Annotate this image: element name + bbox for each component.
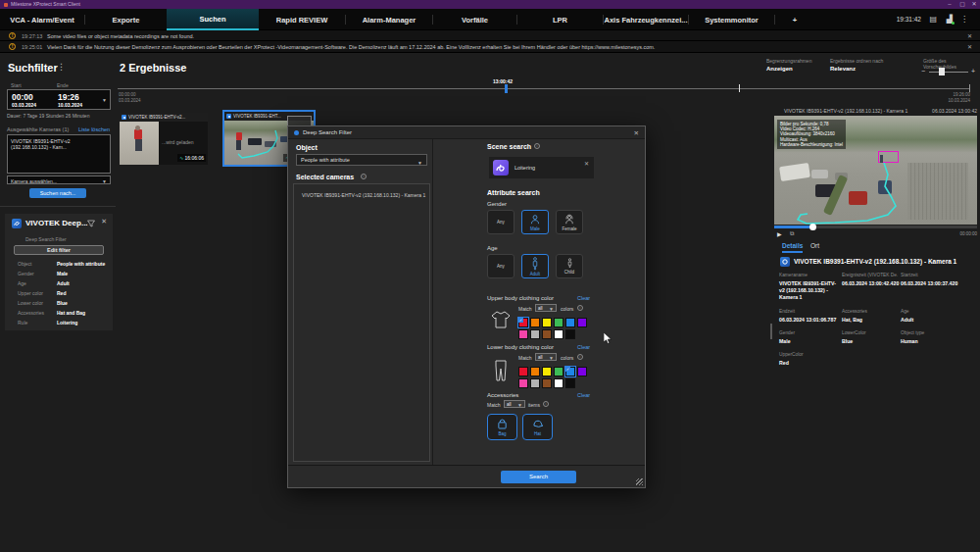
tab-alarm-manager[interactable]: Alarm-Manager — [346, 9, 432, 30]
upper-swatch-red[interactable] — [518, 318, 528, 327]
notification-close-icon[interactable]: ✕ — [967, 43, 972, 50]
selected-cameras-section-label: Selected cameras — [296, 174, 354, 180]
lower-swatch-red[interactable] — [518, 367, 528, 376]
tab-systemmonitor[interactable]: Systemmonitor — [689, 9, 774, 30]
tab-vca-alarm-event[interactable]: VCA - Alarm/Event — [0, 9, 84, 30]
lower-swatch-gray[interactable] — [530, 378, 540, 388]
upper-swatch-black[interactable] — [565, 329, 575, 339]
upper-swatch-white[interactable] — [554, 329, 564, 339]
lower-swatch-yellow[interactable] — [542, 367, 552, 376]
upper-swatch-brown[interactable] — [542, 329, 552, 339]
slider-handle[interactable] — [939, 68, 945, 75]
chevron-down-icon: ▼ — [102, 97, 107, 103]
clear-upper-colors-link[interactable]: Clear — [577, 295, 590, 301]
lower-swatch-blue[interactable] — [565, 367, 575, 376]
timeline-marker[interactable] — [505, 84, 508, 93]
tab-axis-fahrzeugkennzeichen[interactable]: Axis Fahrzeugkennzei... — [604, 9, 688, 30]
close-panel-icon[interactable]: ✕ — [101, 218, 107, 226]
lower-swatch-brown[interactable] — [542, 378, 552, 388]
filter-funnel-icon[interactable] — [87, 220, 95, 227]
tab-vorfaelle[interactable]: Vorfälle — [433, 9, 516, 30]
gender-male-button[interactable]: Male — [521, 210, 549, 234]
info-icon[interactable]: i — [577, 354, 583, 360]
play-button[interactable]: ▶ — [777, 230, 782, 237]
minimize-button[interactable]: – — [945, 0, 955, 9]
time-range-picker[interactable]: 00:00 03.03.2024 19:26 10.03.2024 ▼ — [7, 89, 111, 110]
thumbnail-image — [120, 122, 159, 165]
independent-playback-icon[interactable]: ⧉ — [790, 230, 794, 237]
age-child-button[interactable]: Child — [556, 254, 583, 278]
playback-progress-handle[interactable] — [809, 224, 816, 230]
tab-rapid-review[interactable]: Rapid REVIEW — [259, 9, 345, 30]
gender-female-button[interactable]: Female — [556, 210, 583, 234]
object-dropdown[interactable]: People with attribute ▼ — [296, 154, 427, 166]
info-icon[interactable]: i — [534, 143, 540, 149]
zoom-in-plus-icon[interactable]: + — [971, 68, 975, 75]
result-thumbnail[interactable]: VIVOTEK IB9391-EHTV-v2... ...wird gelade… — [120, 113, 208, 165]
lower-swatch-purple[interactable] — [577, 367, 587, 376]
clear-accessories-link[interactable]: Clear — [577, 392, 590, 398]
video-preview[interactable]: Bilder pro Sekunde: 0,78 Video Codec: H.… — [774, 116, 977, 225]
lower-swatch-black[interactable] — [565, 378, 575, 388]
bounding-box-dropdown[interactable]: Anzeigen — [766, 66, 793, 72]
dialog-close-icon[interactable]: ✕ — [634, 129, 639, 137]
upper-match-dropdown[interactable]: all▼ — [535, 304, 557, 312]
clear-camera-list-link[interactable]: Liste löschen — [78, 126, 110, 132]
dialog-resize-grip[interactable] — [636, 478, 643, 485]
tab-lpr[interactable]: LPR — [517, 9, 603, 30]
results-timeline[interactable] — [118, 88, 970, 89]
upper-swatch-pink[interactable] — [518, 329, 528, 339]
upper-swatch-green[interactable] — [554, 318, 564, 327]
tab-add-button[interactable]: + — [775, 9, 814, 30]
gender-any-button[interactable]: Any — [487, 210, 514, 234]
menu-ellipsis-icon[interactable]: ⋮ — [960, 15, 968, 25]
clear-lower-colors-link[interactable]: Clear — [577, 344, 590, 350]
info-icon[interactable]: i — [577, 305, 583, 311]
dialog-camera-item[interactable]: VIVOTEK IB9391-EHTV-v2 (192.168.10.132) … — [302, 192, 425, 198]
export-icon[interactable]: ▤ — [929, 15, 937, 25]
lower-swatch-pink[interactable] — [518, 378, 528, 388]
maximize-button[interactable]: ▢ — [957, 0, 967, 9]
field-label: Startzeit — [901, 273, 918, 277]
selected-cameras-list[interactable]: VIVOTEK IB9391-EHTV-v2 (192.168.10.132) … — [7, 134, 111, 174]
age-any-button[interactable]: Any — [487, 254, 514, 278]
accessories-match-dropdown[interactable]: all▼ — [504, 400, 525, 408]
upper-swatch-blue[interactable] — [565, 318, 575, 327]
remove-scene-icon[interactable]: ✕ — [584, 160, 589, 167]
info-icon[interactable]: i — [543, 401, 549, 407]
details-scrollbar[interactable] — [770, 324, 772, 339]
lower-swatch-orange[interactable] — [530, 367, 540, 376]
zoom-out-minus-icon[interactable]: − — [921, 68, 925, 75]
upper-swatch-gray[interactable] — [530, 329, 540, 339]
search-button[interactable]: Search — [501, 471, 576, 483]
camera-icon — [226, 114, 231, 119]
dialog-titlebar[interactable]: Deep Search Filter ✕ — [288, 126, 645, 139]
camera-list-item[interactable]: VIVOTEK IB9391-EHTV-v2 (192.168.10.132) … — [11, 138, 109, 150]
tab-suchen[interactable]: Suchen — [167, 9, 259, 30]
age-adult-button[interactable]: Adult — [521, 254, 549, 278]
preview-camera-name: VIVOTEK IB9391-EHTV-v2 (192.168.10.132) … — [784, 108, 907, 114]
user-profile-icon[interactable]: ▟ — [947, 15, 953, 25]
search-for-button[interactable]: Suchen nach... — [29, 188, 86, 198]
filter-menu-ellipsis-icon[interactable]: ⋮ — [57, 62, 66, 72]
info-icon[interactable]: i — [361, 174, 367, 179]
dialog-camera-list[interactable]: VIVOTEK IB9391-EHTV-v2 (192.168.10.132) … — [293, 183, 430, 462]
lower-swatch-green[interactable] — [554, 367, 564, 376]
tab-ort[interactable]: Ort — [810, 242, 819, 249]
lower-swatch-white[interactable] — [554, 378, 564, 388]
lower-match-dropdown[interactable]: all▼ — [535, 353, 557, 361]
accessory-hat-button[interactable]: Hat — [522, 414, 553, 440]
sort-by-dropdown[interactable]: Relevanz — [830, 66, 856, 72]
upper-swatch-yellow[interactable] — [542, 318, 552, 327]
notification-close-icon[interactable]: ✕ — [967, 32, 972, 39]
close-button[interactable]: ✕ — [969, 0, 979, 9]
edit-filter-button[interactable]: Edit filter — [14, 245, 104, 255]
camera-select-dropdown[interactable]: Kamera auswählen... ▼ — [7, 176, 111, 184]
upper-swatch-purple[interactable] — [577, 318, 587, 327]
tab-exporte[interactable]: Exporte — [85, 9, 167, 30]
accessory-bag-button[interactable]: Bag — [487, 414, 517, 440]
thumbnail-size-slider[interactable] — [929, 72, 968, 73]
loading-text: ...wird geladen — [162, 139, 194, 145]
tab-details[interactable]: Details — [782, 242, 803, 253]
upper-swatch-orange[interactable] — [530, 318, 540, 327]
